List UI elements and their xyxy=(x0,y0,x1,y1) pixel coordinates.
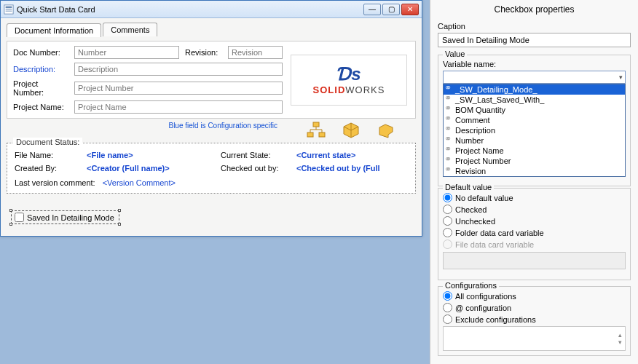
titlebar[interactable]: Quick Start Data Card — ▢ ✕ xyxy=(1,1,422,18)
radio-all-config[interactable] xyxy=(443,291,452,301)
revision-input[interactable] xyxy=(228,46,283,59)
tabs: Document Information Comments xyxy=(7,23,416,36)
part-icon[interactable] xyxy=(377,122,395,139)
config-list-box[interactable]: ▴▾ xyxy=(443,326,626,351)
svg-rect-1 xyxy=(6,6,12,8)
close-button[interactable]: ✕ xyxy=(401,4,419,15)
radio-file-var xyxy=(443,240,452,249)
default-value-extra-box xyxy=(443,252,626,269)
description-input[interactable] xyxy=(74,63,283,76)
default-value-fieldset: Default value No default value Checked U… xyxy=(438,188,631,280)
doc-number-label: Doc Number: xyxy=(12,48,70,57)
current-state-value: <Current state> xyxy=(296,151,408,159)
radio-unchecked[interactable] xyxy=(443,216,452,226)
cube-icon[interactable] xyxy=(342,122,361,139)
variable-name-dropdown: _SW_Detailing_Mode_ _SW_Last_Saved_With_… xyxy=(443,84,626,177)
logo-text-b: WORKS xyxy=(345,84,385,95)
document-status-group: Document Status: File Name: <File name> … xyxy=(7,143,416,194)
blue-field-note: Blue field is Configuration specific xyxy=(7,122,277,130)
radio-file-var-label: File data card variable xyxy=(455,240,534,249)
revision-label: Revision: xyxy=(184,48,224,57)
radio-exclude-config[interactable] xyxy=(443,314,452,324)
logo-text-a: SOLID xyxy=(313,84,346,95)
caption-input[interactable] xyxy=(438,33,631,47)
caption-label: Caption xyxy=(438,22,631,31)
svg-rect-4 xyxy=(313,122,319,127)
checked-out-label: Checked out by: xyxy=(221,164,294,173)
footer-checkbox-designer[interactable]: Saved In Detailing Mode xyxy=(11,210,119,224)
last-version-value: <Version Comment> xyxy=(103,178,176,187)
logo-cell: Ɗs SOLIDWORKS xyxy=(287,53,411,107)
tab-comments[interactable]: Comments xyxy=(103,23,157,36)
dropdown-option[interactable]: Project Number xyxy=(444,156,625,166)
dropdown-option[interactable]: _SW_Detailing_Mode_ xyxy=(444,84,625,95)
svg-rect-6 xyxy=(319,132,325,137)
properties-panel: Checkbox properties Caption Value Variab… xyxy=(430,0,638,364)
created-by-label: Created By: xyxy=(15,164,84,173)
variable-name-combo[interactable]: ▾ _SW_Detailing_Mode_ _SW_Last_Saved_Wit… xyxy=(443,71,626,84)
data-card-window: Quick Start Data Card — ▢ ✕ Document Inf… xyxy=(0,0,422,237)
radio-checked[interactable] xyxy=(443,205,452,214)
configurations-fieldset: Configurations All configurations @ conf… xyxy=(438,286,631,356)
last-version-label: Last version comment: xyxy=(15,178,95,187)
dropdown-option[interactable]: Description xyxy=(444,125,625,135)
radio-at-config[interactable] xyxy=(443,303,452,312)
value-legend: Value xyxy=(443,50,467,58)
default-value-legend: Default value xyxy=(443,183,494,191)
icon-row xyxy=(307,122,395,139)
project-name-label: Project Name: xyxy=(12,103,70,111)
document-status-legend: Document Status: xyxy=(13,138,82,146)
created-by-value: <Creator (Full name)> xyxy=(87,164,218,173)
form-panel: Doc Number: Revision: Ɗs SOLIDWORKS Desc… xyxy=(7,41,416,119)
file-name-value: <File name> xyxy=(87,151,218,159)
current-state-label: Current State: xyxy=(221,151,294,159)
maximize-button[interactable]: ▢ xyxy=(382,4,400,15)
canvas-area: Quick Start Data Card — ▢ ✕ Document Inf… xyxy=(0,0,430,364)
window-body: Document Information Comments Doc Number… xyxy=(1,18,422,236)
file-name-label: File Name: xyxy=(15,151,84,159)
dropdown-option[interactable]: Revision xyxy=(444,166,625,176)
radio-exclude-config-label: Exclude configurations xyxy=(455,315,536,324)
svg-rect-2 xyxy=(6,9,12,10)
svg-rect-3 xyxy=(6,10,12,11)
checked-out-value: <Checked out by (Full xyxy=(296,164,408,173)
solidworks-logo: Ɗs SOLIDWORKS xyxy=(291,55,407,106)
ds-mark: Ɗs xyxy=(336,64,361,84)
minimize-button[interactable]: — xyxy=(363,4,381,15)
variable-name-label: Variable name: xyxy=(443,60,626,68)
saved-detailing-label: Saved In Detailing Mode xyxy=(27,213,114,222)
value-fieldset: Value Variable name: ▾ _SW_Detailing_Mod… xyxy=(438,55,631,186)
chevron-down-icon: ▾ xyxy=(619,74,623,81)
dropdown-option[interactable]: Number xyxy=(444,135,625,146)
saved-detailing-checkbox[interactable] xyxy=(15,213,24,222)
tree-icon[interactable] xyxy=(307,122,326,139)
project-name-input[interactable] xyxy=(74,100,283,114)
svg-rect-5 xyxy=(307,132,313,137)
configurations-legend: Configurations xyxy=(443,281,499,290)
updown-icon: ▴▾ xyxy=(618,331,622,346)
radio-at-config-label: @ configuration xyxy=(455,304,511,312)
radio-folder-var[interactable] xyxy=(443,228,452,237)
properties-title: Checkbox properties xyxy=(438,4,631,15)
form-icon xyxy=(4,4,14,15)
dropdown-option[interactable]: BOM Quantity xyxy=(444,105,625,115)
project-number-label: Project Number: xyxy=(12,79,70,97)
dropdown-option[interactable]: Project Name xyxy=(444,146,625,156)
tab-document-information[interactable]: Document Information xyxy=(7,23,101,37)
project-number-input[interactable] xyxy=(74,82,283,95)
description-label: Description: xyxy=(12,65,70,74)
radio-no-default-label: No default value xyxy=(455,194,513,202)
dropdown-option[interactable]: Comment xyxy=(444,115,625,125)
radio-all-config-label: All configurations xyxy=(455,292,516,301)
dropdown-option[interactable]: _SW_Last_Saved_With_ xyxy=(444,95,625,105)
doc-number-input[interactable] xyxy=(74,46,179,59)
radio-unchecked-label: Unchecked xyxy=(455,217,495,226)
radio-folder-var-label: Folder data card variable xyxy=(455,229,544,237)
radio-no-default[interactable] xyxy=(443,193,452,202)
radio-checked-label: Checked xyxy=(455,205,487,214)
window-title: Quick Start Data Card xyxy=(17,5,363,14)
